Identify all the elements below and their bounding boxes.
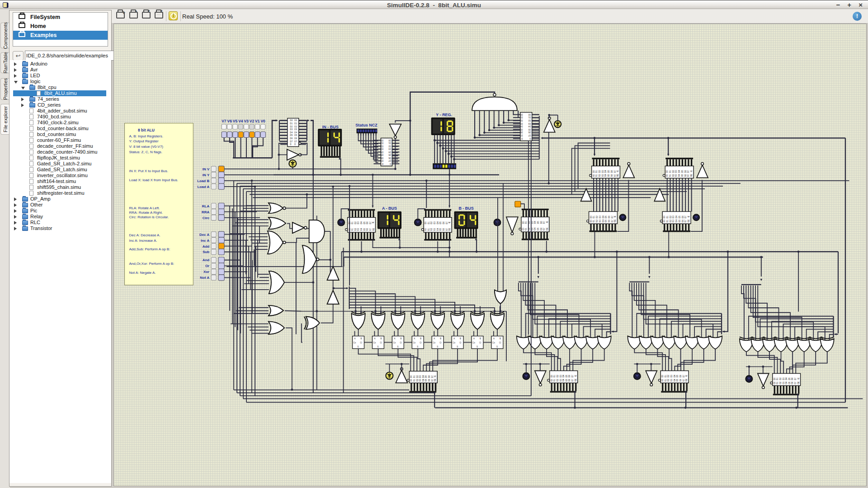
svg-text:OE: OE [546, 227, 548, 230]
svg-text:O1: O1 [553, 379, 556, 382]
svg-text:And: And [203, 258, 210, 262]
svg-text:D4: D4 [604, 170, 607, 173]
svg-text:Co: Co [354, 342, 356, 344]
svg-text:Co: Co [492, 342, 495, 344]
svg-text:D5: D5 [439, 221, 442, 224]
svg-text:RLA: RLA [202, 204, 210, 208]
svg-text:D6: D6 [611, 170, 613, 173]
svg-text:O2: O2 [430, 228, 433, 231]
svg-text:D6: D6 [684, 170, 687, 173]
svg-text:V6: V6 [227, 119, 232, 123]
svg-text:Co: Co [453, 342, 455, 344]
svg-text:Ci: Ci [439, 342, 441, 344]
svg-text:O3: O3 [560, 379, 562, 382]
svg-text:D0: D0 [551, 375, 553, 377]
svg-text:Ci: Ci [499, 342, 501, 344]
svg-text:V7: V7 [222, 119, 226, 123]
svg-text:D2: D2 [354, 221, 357, 224]
svg-text:O0: O0 [410, 379, 412, 382]
svg-text:D7: D7 [683, 375, 685, 377]
svg-text:O7: O7 [431, 379, 434, 382]
svg-text:D4: D4 [562, 375, 565, 377]
svg-text:O7: O7 [369, 228, 372, 231]
svg-text:D4: D4 [675, 216, 678, 218]
svg-text:RRA: Rotate A Right.: RRA: Rotate A Right. [129, 211, 163, 215]
svg-text:O7: O7 [571, 379, 574, 382]
svg-text:D0: D0 [520, 113, 523, 116]
svg-text:Not A: Negate A.: Not A: Negate A. [129, 271, 156, 275]
svg-text:Inc A: Inc A [201, 239, 209, 243]
svg-text:O5: O5 [681, 174, 684, 177]
svg-text:Ci: Ci [479, 342, 481, 344]
svg-text:8 bit ALU: 8 bit ALU [138, 128, 155, 132]
svg-text:O1: O1 [776, 381, 778, 385]
svg-text:D1: D1 [776, 377, 778, 380]
svg-text:O7: O7 [611, 220, 613, 223]
svg-text:O5: O5 [528, 128, 531, 131]
svg-text:OE: OE [685, 379, 688, 382]
svg-text:O4: O4 [422, 379, 425, 382]
svg-text:A: A [493, 338, 495, 340]
svg-text:OE: OE [575, 379, 577, 382]
svg-text:A: A [354, 338, 356, 340]
svg-text:S: S [457, 346, 458, 348]
svg-text:D2: D2 [430, 221, 433, 224]
svg-text:O7: O7 [294, 141, 297, 143]
svg-text:O3: O3 [434, 228, 436, 231]
svg-text:O3: O3 [672, 220, 675, 223]
svg-text:D6: D6 [520, 131, 523, 133]
svg-text:A: A [453, 338, 455, 340]
svg-text:Status: Z, C, N flags.: Status: Z, C, N flags. [129, 150, 163, 154]
svg-text:Co: Co [413, 342, 415, 344]
svg-text:O6: O6 [679, 379, 682, 382]
svg-text:O1: O1 [669, 174, 671, 177]
svg-text:A: A [473, 338, 475, 340]
svg-text:O1: O1 [294, 122, 297, 125]
svg-text:D4: D4 [678, 170, 680, 173]
svg-text:A: A [374, 338, 376, 340]
svg-text:D1: D1 [595, 170, 598, 173]
svg-text:D0: D0 [522, 221, 524, 224]
svg-text:D3: D3 [434, 221, 436, 224]
svg-text:O3: O3 [783, 381, 785, 385]
svg-text:Load X: load X from Input Bus.: Load X: load X from Input Bus. [129, 178, 179, 182]
svg-text:D4: D4 [422, 375, 425, 378]
svg-text:D2: D2 [290, 126, 292, 128]
svg-text:D6: D6 [791, 377, 793, 380]
svg-text:B: B [361, 338, 362, 340]
svg-text:D4: D4 [520, 125, 523, 127]
svg-text:D0: D0 [410, 375, 412, 378]
svg-text:O7: O7 [446, 228, 448, 231]
svg-text:D3: D3 [357, 221, 359, 224]
svg-text:Co: Co [433, 342, 435, 344]
svg-text:V: 8 bit value (V0-V7): V: 8 bit value (V0-V7) [129, 145, 164, 149]
svg-text:O6: O6 [294, 137, 297, 140]
svg-text:D2: D2 [599, 170, 601, 173]
svg-text:O4: O4 [562, 379, 565, 382]
svg-text:O0: O0 [774, 381, 776, 385]
svg-text:O5: O5 [788, 381, 791, 385]
svg-text:O4: O4 [294, 131, 297, 134]
svg-text:IE: IE [373, 221, 375, 223]
svg-text:D4: D4 [785, 377, 788, 380]
svg-text:Ci: Ci [380, 342, 382, 344]
svg-text:D3: D3 [672, 216, 675, 218]
svg-text:O2: O2 [599, 174, 601, 177]
svg-text:O2: O2 [354, 228, 357, 231]
svg-text:O4: O4 [678, 174, 680, 177]
svg-text:O7: O7 [388, 160, 392, 162]
svg-text:O0: O0 [666, 174, 668, 177]
svg-text:Ci: Ci [459, 342, 461, 344]
svg-text:D5: D5 [608, 170, 610, 173]
svg-text:O3: O3 [388, 148, 392, 150]
svg-text:And,Or,Xor: Perform A op B:: And,Or,Xor: Perform A op B: [129, 262, 175, 266]
svg-text:IE: IE [690, 170, 693, 172]
svg-text:O7: O7 [683, 379, 685, 382]
svg-text:O5: O5 [363, 228, 366, 231]
svg-text:O4: O4 [602, 220, 604, 223]
svg-text:O1: O1 [593, 220, 595, 223]
svg-text:O2: O2 [294, 126, 297, 128]
svg-text:Add,Sub: Perform A op B:: Add,Sub: Perform A op B: [129, 247, 170, 251]
svg-text:O5: O5 [679, 220, 681, 223]
svg-text:D5: D5 [605, 216, 607, 218]
